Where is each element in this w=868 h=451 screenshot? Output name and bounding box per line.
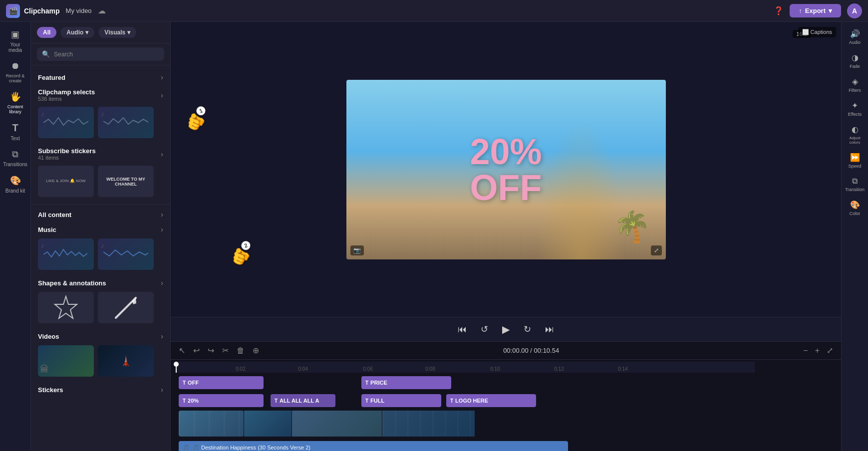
audio-clip-label: 🎵 Destination Happiness (30 Seconds Vers…: [193, 445, 310, 451]
track-content-text-2: T 20% T ALL ALL ALL A T FULL T: [175, 393, 837, 410]
delete-button[interactable]: 🗑: [235, 345, 247, 356]
timeline-toolbar: ↖ ↩ ↪ ✂ 🗑 ⊕ 00:00.00 / 00:10.54 − + ⤢: [171, 342, 841, 360]
preview-video: 🌴 20% OFF ⤢ 📷: [346, 80, 666, 259]
expand-preview-button[interactable]: ⤢: [651, 245, 662, 255]
add-media-button[interactable]: ⊕: [251, 345, 261, 356]
subscribe-stickers-section[interactable]: Subscribe stickers 41 items ›: [31, 143, 170, 164]
search-input[interactable]: [54, 51, 159, 58]
shapes-thumbs: [31, 290, 170, 328]
stickers-arrow: ›: [161, 386, 163, 394]
section-featured[interactable]: Featured ›: [31, 69, 170, 84]
shapes-arrow: ›: [161, 279, 163, 287]
clip-price[interactable]: T PRICE: [361, 376, 451, 389]
clip-off[interactable]: T OFF: [179, 376, 264, 389]
video-thumb-1[interactable]: 🏛: [38, 345, 94, 377]
clip-all-all[interactable]: T ALL ALL ALL A: [271, 394, 335, 407]
featured-arrow: ›: [161, 73, 163, 81]
subscribe-stickers-thumbs: LIKE & JOIN 🔔 NOW WELCOME TO MY CHANNEL: [31, 164, 170, 202]
clipchamp-selects-thumbs: ♪ ♪: [31, 105, 170, 143]
right-adjust-colors-button[interactable]: ◐ Adjust colors: [844, 122, 866, 148]
play-button[interactable]: ▶: [500, 321, 512, 337]
rewind-button[interactable]: ↺: [479, 322, 490, 337]
fit-timeline-button[interactable]: ⤢: [825, 345, 835, 356]
right-color-button[interactable]: 🎨 Color: [844, 197, 866, 219]
skip-back-button[interactable]: ⏮: [456, 322, 469, 337]
cursor-badge-1: 1: [195, 105, 207, 117]
filter-all[interactable]: All: [37, 27, 56, 38]
sidebar-item-content-library[interactable]: 🖐 Content library: [3, 88, 28, 117]
transitions-icon: ⧉: [12, 149, 18, 160]
timeline-ruler: 0:02 0:04 0:06 0:08 0:10 0:12 0:14: [176, 362, 755, 373]
model-silhouette: [536, 120, 626, 259]
forward-button[interactable]: ↻: [522, 322, 533, 337]
video-title[interactable]: My video: [66, 7, 92, 14]
adjust-colors-label: Adjust colors: [846, 136, 864, 145]
right-speed-button[interactable]: ⏩ Speed: [844, 150, 866, 172]
music-thumb-2[interactable]: ♪: [98, 107, 154, 138]
clip-logo-label: LOGO HERE: [455, 398, 488, 404]
text-icon: T: [12, 122, 18, 134]
fade-label: Fade: [850, 64, 860, 69]
clipchamp-selects-section[interactable]: Clipchamp selects 536 items ›: [31, 84, 170, 105]
filter-audio[interactable]: Audio ▾: [60, 27, 94, 38]
sidebar-item-transitions[interactable]: ⧉ Transitions: [3, 146, 28, 170]
cursor-badge-2: 2: [240, 240, 252, 251]
right-effects-button[interactable]: ✦ Effects: [844, 98, 866, 120]
zoom-out-button[interactable]: −: [801, 345, 810, 356]
music-all-thumb-2[interactable]: ♪: [98, 238, 154, 270]
cut-button[interactable]: ✂: [220, 345, 231, 356]
music-thumb-1[interactable]: ♪: [38, 107, 94, 138]
speed-label: Speed: [848, 164, 861, 169]
help-icon[interactable]: ❓: [774, 6, 784, 15]
video-clip-row[interactable]: [179, 411, 548, 437]
music-section[interactable]: Music ›: [31, 222, 170, 236]
clip-full[interactable]: T FULL: [361, 394, 441, 407]
videos-section[interactable]: Videos ›: [31, 328, 170, 343]
music-all-thumb-1[interactable]: ♪: [38, 238, 94, 270]
export-button[interactable]: ↑ Export ▾: [790, 4, 841, 17]
sticker-thumb-2[interactable]: WELCOME TO MY CHANNEL: [98, 166, 154, 197]
right-fade-button[interactable]: ◑ Fade: [844, 50, 866, 72]
audio-clip[interactable]: 🎵 🎵 Destination Happiness (30 Seconds Ve…: [179, 441, 568, 451]
filter-audio-arrow: ▾: [85, 29, 88, 36]
shapes-section[interactable]: Shapes & annotations ›: [31, 275, 170, 290]
skip-forward-button[interactable]: ⏭: [543, 322, 556, 337]
overlay-line-1: 20%: [470, 134, 542, 170]
user-avatar[interactable]: A: [847, 3, 862, 18]
audio-note-icon: 🎵: [183, 445, 190, 451]
screenshot-button[interactable]: 📷: [350, 245, 364, 255]
all-content-section[interactable]: All content ›: [31, 207, 170, 222]
filter-visuals-label: Visuals: [104, 29, 125, 36]
redo-button[interactable]: ↪: [206, 345, 216, 356]
your-media-icon: ▣: [11, 29, 19, 40]
app-logo[interactable]: 🎬 Clipchamp: [6, 4, 60, 18]
timeline-cursor-tool[interactable]: ↖: [177, 345, 187, 356]
fade-icon: ◑: [852, 53, 859, 62]
clip-20pct[interactable]: T 20%: [179, 394, 264, 407]
right-filters-button[interactable]: ◈ Filters: [844, 74, 866, 96]
center-area: 16:9 ⬜ Captions 🌴 20% OFF ⤢: [171, 22, 841, 451]
ruler-0:14: 0:14: [618, 366, 627, 372]
sidebar-item-brand-kit[interactable]: 🎨 Brand kit: [3, 172, 28, 197]
shape-thumb-2[interactable]: [98, 292, 154, 323]
zoom-in-button[interactable]: +: [813, 345, 822, 356]
shape-thumb-1[interactable]: [38, 292, 94, 323]
sidebar-label-content: Content library: [5, 104, 26, 114]
sticker-thumb-1[interactable]: LIKE & JOIN 🔔 NOW: [38, 166, 94, 197]
captions-button[interactable]: ⬜ Captions: [798, 27, 836, 37]
all-content-title: All content: [38, 211, 71, 219]
sidebar-item-record-create[interactable]: ⏺ Record & create: [3, 58, 28, 86]
preview-area: 16:9 ⬜ Captions 🌴 20% OFF ⤢: [171, 22, 841, 317]
sidebar-item-text[interactable]: T Text: [3, 119, 28, 144]
right-audio-button[interactable]: 🔊 Audio: [844, 26, 866, 48]
stickers-section[interactable]: Stickers ›: [31, 382, 170, 397]
sidebar-item-your-media[interactable]: ▣ Your media: [3, 26, 28, 56]
clip-price-label: PRICE: [370, 380, 387, 386]
sidebar-label-text: Text: [10, 136, 19, 141]
clip-logo[interactable]: T LOGO HERE: [446, 394, 536, 407]
clip-off-label: OFF: [188, 380, 199, 386]
video-thumb-2[interactable]: 🗼: [98, 345, 154, 377]
right-transition-button[interactable]: ⧉ Transition: [844, 174, 866, 195]
filter-visuals[interactable]: Visuals ▾: [98, 27, 136, 38]
undo-button[interactable]: ↩: [191, 345, 202, 356]
